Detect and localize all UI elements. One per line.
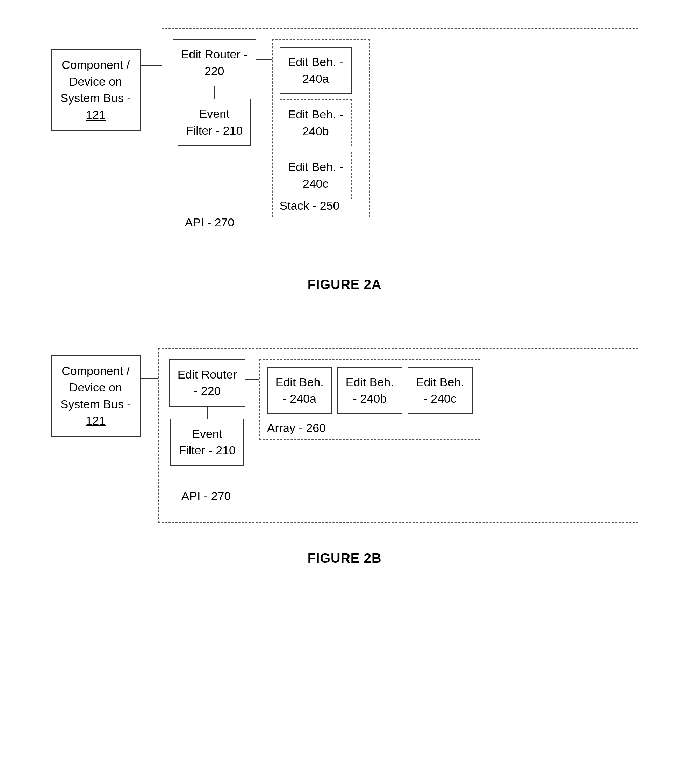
event-filter-line2-2a: Filter -	[186, 124, 223, 137]
beh-240c-box-2b: Edit Beh. - 240c	[407, 367, 473, 414]
figure-2a-diagram: Component / Device on System Bus - 121 E…	[30, 14, 659, 263]
stack-box-2a: Edit Beh. - 240a Edit Beh. - 240b Edit B…	[272, 39, 370, 217]
figure-2a-container: Component / Device on System Bus - 121 E…	[30, 14, 659, 313]
component-line2-2b: Device on	[61, 379, 131, 396]
event-filter-number-2a: 210	[223, 124, 243, 137]
component-line3: System Bus -	[61, 90, 131, 107]
array-label-2b: Array - 260	[267, 421, 326, 435]
component-device-box-2a: Component / Device on System Bus - 121	[51, 49, 140, 131]
beh-240a-number-2b: 240a	[290, 392, 316, 405]
beh-240a-box-2a: Edit Beh. - 240a	[280, 47, 352, 94]
router-array-hconn-2b	[246, 379, 259, 380]
edit-router-line1: Edit Router -	[181, 46, 248, 63]
component-line1: Component /	[61, 57, 131, 73]
beh-240b-box-2a: Edit Beh. - 240b	[280, 99, 352, 147]
beh-240b-number-2a: 240b	[302, 124, 329, 138]
event-filter-box-2b: Event Filter - 210	[170, 419, 244, 466]
beh-240a-box-2b: Edit Beh. - 240a	[267, 367, 332, 414]
edit-router-line2-2b: -	[194, 384, 201, 397]
vert-conn-router-filter-2b	[207, 407, 208, 419]
edit-router-number-2b: 220	[201, 384, 221, 397]
figure-2b-container: Component / Device on System Bus - 121 E…	[30, 334, 659, 587]
router-filter-col-2b: Edit Router - 220 Event Filter - 210	[169, 359, 246, 466]
api-label-2a: API - 270	[185, 209, 640, 229]
event-filter-box-2a: Event Filter - 210	[178, 99, 251, 146]
router-stack-hconn-2a	[256, 59, 272, 61]
component-line3-2b: System Bus -	[61, 396, 131, 413]
figure-2a-label: FIGURE 2A	[30, 277, 659, 292]
event-filter-number-2b: 210	[216, 443, 236, 457]
edit-router-box-2b: Edit Router - 220	[169, 359, 246, 407]
h-connector-2b	[140, 378, 158, 379]
beh-240b-box-2b: Edit Beh. - 240b	[337, 367, 402, 414]
component-line1-2b: Component /	[61, 363, 131, 380]
edit-router-number-2a: 220	[204, 64, 224, 77]
h-connector-2a	[140, 65, 162, 66]
beh-240c-box-2a: Edit Beh. - 240c	[280, 152, 352, 199]
figure-2b-diagram: Component / Device on System Bus - 121 E…	[30, 334, 659, 537]
component-device-box-2b: Component / Device on System Bus - 121	[51, 355, 140, 437]
beh-240b-line1-2a: Edit Beh. -	[288, 106, 344, 123]
beh-240c-line1-2b: Edit Beh.	[416, 374, 464, 391]
component-number: 121	[61, 107, 131, 124]
beh-240c-number-2b: 240c	[431, 392, 457, 405]
event-filter-line2-2b: Filter -	[179, 443, 216, 457]
beh-240a-line2-2b: -	[283, 392, 290, 405]
edit-router-line1-2b: Edit Router	[178, 368, 237, 381]
beh-240b-line2-2b: -	[353, 392, 360, 405]
event-filter-line1-2b: Event	[179, 426, 236, 443]
beh-240c-line1-2a: Edit Beh. -	[288, 159, 344, 175]
beh-240a-number-2a: 240a	[302, 72, 329, 85]
beh-240b-number-2b: 240b	[360, 392, 387, 405]
beh-240b-line1-2b: Edit Beh.	[346, 374, 394, 391]
event-filter-line1-2a: Event	[186, 105, 243, 122]
component-number-2b: 121	[61, 412, 131, 429]
beh-240a-line1-2a: Edit Beh. -	[288, 54, 344, 71]
figure-2b-label: FIGURE 2B	[30, 551, 659, 566]
edit-router-box-2a: Edit Router - 220	[173, 39, 256, 86]
api-box-2b: Edit Router - 220 Event Filter - 210	[158, 348, 638, 523]
router-filter-col-2a: Edit Router - 220 Event Filter - 210	[173, 39, 256, 146]
component-line2: Device on	[61, 73, 131, 90]
array-box-2b: Edit Beh. - 240a Edit Beh. - 240b	[259, 359, 480, 440]
vert-conn-router-filter-2a	[214, 86, 215, 99]
beh-240c-number-2a: 240c	[303, 177, 329, 190]
api-box-2a: Edit Router - 220 Event Filter - 210	[162, 28, 638, 249]
api-label-2b: API - 270	[181, 483, 640, 503]
beh-240c-line2-2b: -	[423, 392, 431, 405]
beh-240a-line1-2b: Edit Beh.	[275, 374, 324, 391]
